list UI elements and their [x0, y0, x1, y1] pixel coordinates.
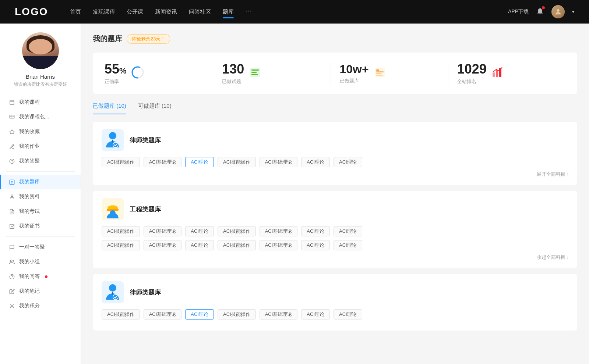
lawyer-icon-2 [102, 281, 124, 303]
done-questions-number: 130 [222, 61, 244, 77]
sidebar-item-my-homework[interactable]: 我的作业 [0, 139, 81, 154]
navbar: LOGO 首页 发现课程 公开课 新闻资讯 问答社区 题库 ··· APP下载 … [0, 0, 589, 24]
tag-lawyer2-1[interactable]: ACI技能操作 [102, 309, 140, 320]
stat-accuracy: 55% 正确率 [105, 61, 213, 85]
sidebar-item-my-notes[interactable]: 我的笔记 [0, 284, 81, 299]
my-profile-icon [9, 194, 15, 200]
nav-item-qa[interactable]: 问答社区 [189, 7, 211, 17]
tag-eng-9[interactable]: ACI基础理论 [144, 240, 182, 250]
accuracy-number: 55% [105, 61, 127, 77]
svg-rect-26 [251, 74, 258, 75]
tag-lawyer1-6[interactable]: ACI理论 [301, 157, 330, 167]
lawyer-tags-2: ACI技能操作 ACI基础理论 ACI理论 ACI技能操作 ACI基础理论 AC… [102, 309, 568, 320]
tag-lawyer1-4[interactable]: ACI技能操作 [218, 157, 256, 167]
tag-lawyer1-1[interactable]: ACI技能操作 [102, 157, 140, 167]
nav-item-discover[interactable]: 发现课程 [93, 7, 115, 17]
svg-rect-30 [376, 73, 381, 74]
tag-lawyer2-7[interactable]: ACI理论 [334, 309, 362, 320]
my-group-icon [9, 259, 15, 265]
tag-eng-1[interactable]: ACI技能操作 [102, 226, 140, 236]
tag-lawyer1-7[interactable]: ACI理论 [334, 157, 362, 167]
sidebar-divider-1 [6, 171, 75, 172]
tag-lawyer2-2[interactable]: ACI基础理论 [144, 309, 182, 320]
sidebar-divider-2 [6, 236, 75, 237]
my-package-icon [9, 114, 15, 120]
tag-eng-5[interactable]: ACI基础理论 [260, 226, 298, 236]
one-on-one-icon [9, 244, 15, 250]
qbank-card-lawyer-1: 律师类题库 ACI技能操作 ACI基础理论 ACI理论 ACI技能操作 ACI基… [93, 122, 577, 185]
nav-item-open-course[interactable]: 公开课 [127, 7, 143, 17]
nav-item-news[interactable]: 新闻资讯 [155, 7, 177, 17]
stats-card: 55% 正确率 130 已做试题 [93, 53, 577, 94]
lawyer1-expand-link[interactable]: 展开全部科目 › [102, 171, 568, 178]
svg-rect-28 [376, 69, 379, 71]
svg-point-17 [10, 260, 12, 261]
tag-eng-3[interactable]: ACI理论 [185, 226, 214, 236]
my-points-icon [9, 303, 15, 309]
sidebar-item-my-profile[interactable]: 我的资料 [0, 189, 81, 204]
tag-eng-7[interactable]: ACI理论 [334, 226, 362, 236]
tag-eng-8[interactable]: ACI技能操作 [102, 240, 140, 250]
tag-lawyer2-6[interactable]: ACI理论 [301, 309, 330, 320]
tag-lawyer2-4[interactable]: ACI技能操作 [218, 309, 256, 320]
tag-eng-11[interactable]: ACI技能操作 [218, 240, 256, 250]
tag-eng-13[interactable]: ACI理论 [301, 240, 330, 250]
tag-lawyer2-3[interactable]: ACI理论 [185, 309, 214, 320]
svg-rect-29 [376, 71, 384, 72]
sidebar-item-my-favorites[interactable]: 我的收藏 [0, 124, 81, 139]
nav-item-qbank[interactable]: 题库 [223, 7, 234, 17]
done-banks-label: 已做题库 [340, 78, 369, 84]
tag-lawyer1-3[interactable]: ACI理论 [185, 157, 214, 167]
my-course-icon [9, 99, 15, 105]
tag-eng-4[interactable]: ACI技能操作 [218, 226, 256, 236]
tag-eng-14[interactable]: ACI理论 [334, 240, 362, 250]
sidebar-menu: 我的课程 我的课程包... 我的收藏 我的作业 [0, 95, 81, 313]
my-qbank-label: 我的题库 [19, 179, 40, 185]
tag-lawyer2-5[interactable]: ACI基础理论 [260, 309, 298, 320]
svg-rect-24 [251, 69, 259, 71]
main-content: 我的题库 体验剩余23天！ 55% 正确率 [81, 24, 589, 364]
tag-eng-6[interactable]: ACI理论 [301, 226, 330, 236]
sidebar-item-my-points[interactable]: 我的积分 [0, 299, 81, 313]
sidebar-item-my-group[interactable]: 我的小组 [0, 254, 81, 269]
tab-available-banks[interactable]: 可做题库 (10) [138, 103, 172, 114]
svg-rect-16 [10, 224, 14, 228]
my-favorites-icon [9, 129, 15, 135]
qbank-header-engineer: 工程类题库 [102, 198, 568, 220]
svg-point-20 [11, 305, 13, 307]
svg-point-40 [109, 284, 116, 292]
tag-lawyer1-5[interactable]: ACI基础理论 [260, 157, 298, 167]
sidebar-item-my-cert[interactable]: 我的证书 [0, 219, 81, 233]
tag-eng-12[interactable]: ACI基础理论 [260, 240, 298, 250]
sidebar-item-my-package[interactable]: 我的课程包... [0, 110, 81, 124]
svg-point-13 [11, 195, 13, 196]
sidebar-item-my-qbank[interactable]: 我的题库 [0, 175, 81, 189]
tag-lawyer1-2[interactable]: ACI基础理论 [144, 157, 182, 167]
sidebar-item-my-questions[interactable]: 我的问答 [0, 269, 81, 284]
stat-done-questions-value: 130 已做试题 [222, 61, 244, 85]
nav-item-home[interactable]: 首页 [70, 7, 81, 17]
engineer-collapse-link[interactable]: 收起全部科目 › [102, 254, 568, 261]
tab-done-banks[interactable]: 已做题库 (10) [93, 103, 126, 114]
sidebar-item-my-course[interactable]: 我的课程 [0, 95, 81, 110]
tag-eng-2[interactable]: ACI基础理论 [144, 226, 182, 236]
my-exam-icon [9, 208, 15, 214]
app-logo: LOGO [15, 6, 48, 18]
sidebar-item-my-exam[interactable]: 我的考试 [0, 204, 81, 219]
engineer-bank-title: 工程类题库 [130, 205, 161, 214]
trial-badge: 体验剩余23天！ [127, 34, 170, 44]
notification-dot [542, 6, 545, 9]
done-questions-icon [248, 66, 262, 81]
notification-bell[interactable] [536, 7, 544, 17]
lawyer-bank-title-2: 律师类题库 [130, 288, 161, 297]
tag-eng-10[interactable]: ACI理论 [185, 240, 214, 250]
user-menu-chevron[interactable]: ▾ [572, 9, 574, 14]
sidebar-user-avatar[interactable] [22, 32, 59, 69]
qbank-card-engineer: 工程类题库 ACI技能操作 ACI基础理论 ACI理论 ACI技能操作 ACI基… [93, 191, 577, 268]
app-download-button[interactable]: APP下载 [508, 8, 529, 15]
my-qbank-icon [9, 179, 15, 185]
sidebar-item-my-qa[interactable]: 我的答疑 [0, 154, 81, 168]
nav-more[interactable]: ··· [246, 7, 251, 17]
sidebar-item-one-on-one[interactable]: 一对一答疑 [0, 240, 81, 254]
user-avatar[interactable] [551, 5, 565, 18]
